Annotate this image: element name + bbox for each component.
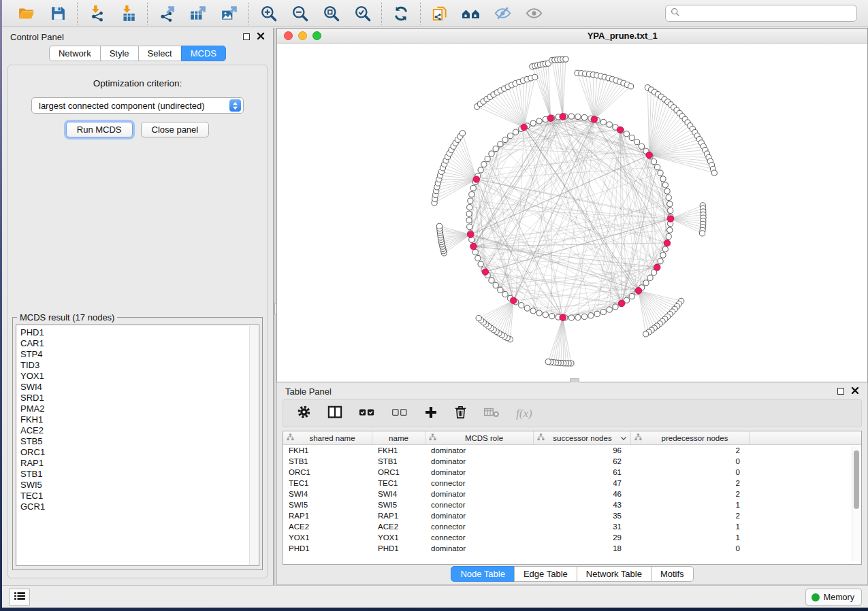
table-tab-motifs[interactable]: Motifs: [651, 566, 694, 582]
table-scrollbar[interactable]: [852, 446, 860, 561]
mcds-result-list[interactable]: PHD1CAR1STP4TID3YOX1SWI4SRD1PMA2FKH1ACE2…: [16, 325, 259, 566]
mcds-result-item[interactable]: RAP1: [20, 458, 259, 469]
delete-column-icon[interactable]: [454, 405, 467, 422]
minimize-window-icon[interactable]: [298, 31, 307, 40]
close-panel-icon[interactable]: [257, 32, 265, 42]
run-mcds-button[interactable]: Run MCDS: [66, 122, 133, 137]
close-panel-button[interactable]: Close panel: [141, 122, 210, 137]
mcds-result-item[interactable]: GCR1: [20, 501, 259, 512]
mcds-result-item[interactable]: ORC1: [20, 447, 259, 458]
search-input[interactable]: [684, 9, 852, 18]
import-network-button[interactable]: [86, 3, 107, 24]
tab-style[interactable]: Style: [100, 46, 139, 61]
mcds-result-item[interactable]: PHD1: [20, 327, 259, 338]
zoom-out-button[interactable]: [289, 3, 310, 24]
mcds-result-item[interactable]: TEC1: [20, 491, 259, 501]
tab-select[interactable]: Select: [138, 46, 182, 61]
network-graph[interactable]: [277, 44, 867, 382]
table-row[interactable]: FKH1FKH1dominator962: [283, 445, 861, 456]
zoom-fit-button[interactable]: [321, 3, 341, 24]
float-panel-icon[interactable]: [837, 388, 844, 395]
tab-network[interactable]: Network: [49, 46, 101, 61]
status-menu-button[interactable]: [9, 589, 30, 606]
maximize-window-icon[interactable]: [312, 31, 321, 40]
mcds-result-item[interactable]: STP4: [20, 349, 259, 360]
function-builder-icon[interactable]: f(x): [516, 407, 532, 420]
result-list-scrollbar[interactable]: [249, 326, 258, 565]
refresh-button[interactable]: [391, 3, 411, 24]
show-all-button[interactable]: [524, 3, 544, 24]
mcds-result-item[interactable]: STB5: [20, 436, 259, 447]
mcds-hub-node[interactable]: [510, 297, 517, 304]
duplicate-network-button[interactable]: [430, 3, 450, 24]
table-row[interactable]: YOX1YOX1connector291: [283, 532, 861, 543]
save-button[interactable]: [48, 3, 68, 24]
table-row[interactable]: PHD1PHD1dominator180: [283, 543, 861, 554]
mcds-hub-node[interactable]: [467, 231, 474, 238]
table-row[interactable]: ORC1ORC1dominator610: [283, 467, 861, 478]
mcds-result-item[interactable]: PMA2: [20, 403, 259, 414]
table-row[interactable]: STB1STB1dominator620: [283, 456, 861, 467]
mcds-result-item[interactable]: FKH1: [20, 414, 259, 425]
mcds-result-item[interactable]: YOX1: [20, 371, 259, 382]
mcds-hub-node[interactable]: [667, 216, 674, 222]
mcds-hub-node[interactable]: [473, 176, 480, 183]
open-button[interactable]: [16, 3, 37, 24]
column-header-shared-name[interactable]: shared name: [283, 431, 372, 444]
export-image-button[interactable]: [219, 3, 240, 24]
zoom-selected-button[interactable]: [352, 3, 372, 24]
criterion-select[interactable]: largest connected component (undirected): [31, 97, 244, 114]
close-window-icon[interactable]: [284, 31, 293, 40]
memory-button[interactable]: Memory: [805, 589, 862, 606]
mcds-result-item[interactable]: SWI5: [20, 480, 259, 491]
column-header-predecessor-nodes[interactable]: predecessor nodes: [631, 431, 750, 444]
table-row[interactable]: ACE2ACE2connector311: [283, 521, 861, 532]
import-table-button[interactable]: [118, 3, 138, 24]
mcds-result-item[interactable]: TID3: [20, 360, 259, 371]
mcds-hub-node[interactable]: [470, 243, 477, 250]
neighbors-houses-button[interactable]: [461, 3, 481, 24]
table-tab-edge-table[interactable]: Edge Table: [514, 566, 577, 582]
table-row[interactable]: TEC1TEC1connector472: [283, 478, 861, 489]
mcds-result-item[interactable]: CAR1: [20, 338, 259, 349]
export-network-button[interactable]: [157, 3, 177, 24]
mcds-hub-node[interactable]: [591, 116, 598, 123]
mcds-hub-node[interactable]: [635, 287, 642, 294]
mcds-hub-node[interactable]: [618, 300, 625, 307]
mcds-hub-node[interactable]: [646, 152, 653, 159]
mcds-hub-node[interactable]: [547, 115, 554, 122]
mcds-hub-node[interactable]: [560, 114, 566, 120]
table-tab-node-table[interactable]: Node Table: [451, 566, 515, 582]
table-row[interactable]: SWI4SWI4dominator462: [283, 489, 861, 499]
mcds-result-item[interactable]: STB1: [20, 469, 259, 480]
deselect-all-columns-icon[interactable]: [391, 408, 408, 420]
close-panel-icon[interactable]: [851, 386, 859, 397]
tab-mcds[interactable]: MCDS: [181, 46, 226, 61]
table-row[interactable]: SWI5SWI5connector431: [283, 499, 861, 510]
table-settings-gear-icon[interactable]: [297, 405, 311, 422]
select-all-columns-icon[interactable]: [359, 408, 375, 420]
create-column-icon[interactable]: [424, 406, 438, 422]
mcds-hub-node[interactable]: [482, 269, 489, 276]
search-field[interactable]: [665, 5, 857, 22]
mcds-hub-node[interactable]: [617, 127, 624, 133]
column-header-MCDS-role[interactable]: MCDS role: [425, 431, 534, 444]
network-view-canvas[interactable]: [277, 44, 867, 382]
mcds-result-item[interactable]: ACE2: [20, 425, 259, 436]
column-header-name[interactable]: name: [372, 431, 425, 444]
mcds-hub-node[interactable]: [664, 240, 671, 247]
export-table-button[interactable]: [188, 3, 208, 24]
mcds-result-item[interactable]: SWI4: [20, 382, 259, 393]
column-header-successor-nodes[interactable]: successor nodes: [534, 431, 631, 444]
show-column-panel-icon[interactable]: [327, 406, 342, 422]
mcds-result-item[interactable]: SRD1: [20, 393, 259, 403]
hide-selected-button[interactable]: [492, 3, 513, 24]
float-panel-icon[interactable]: [243, 33, 250, 40]
mcds-hub-node[interactable]: [654, 264, 660, 271]
mcds-hub-node[interactable]: [521, 124, 528, 131]
mcds-hub-node[interactable]: [560, 314, 566, 321]
zoom-in-button[interactable]: [258, 3, 278, 24]
table-row[interactable]: RAP1RAP1dominator352: [283, 510, 861, 521]
table-scrollbar-thumb[interactable]: [854, 450, 859, 509]
network-titlebar[interactable]: YPA_prune.txt_1: [277, 29, 867, 44]
